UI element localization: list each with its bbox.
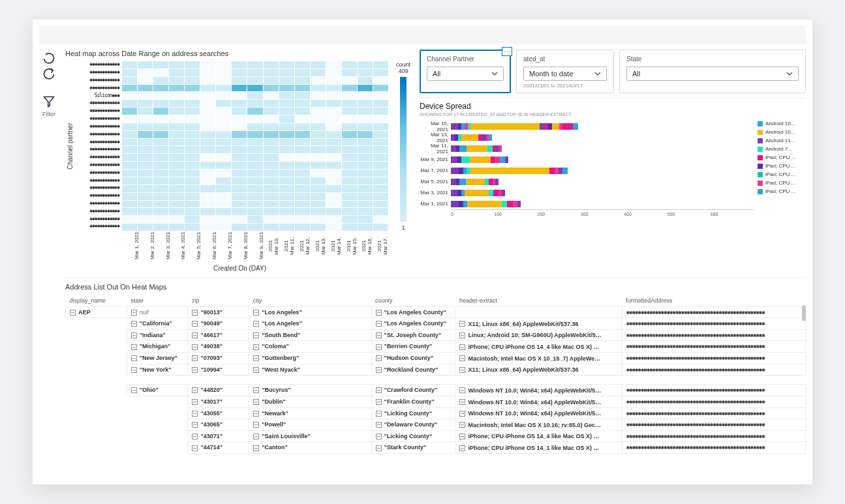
- heatmap-cell[interactable]: [373, 115, 388, 123]
- heatmap-cell[interactable]: [279, 170, 294, 177]
- col-county[interactable]: county: [371, 295, 455, 307]
- created-at-filter[interactable]: ated_at Month to date 2021/03/01 to 2021…: [516, 50, 614, 93]
- heatmap-cell[interactable]: [232, 185, 247, 192]
- heatmap-cell[interactable]: [326, 170, 341, 177]
- heatmap-cell[interactable]: [358, 77, 373, 84]
- heatmap-cell[interactable]: [247, 92, 262, 99]
- heatmap-cell[interactable]: [169, 61, 184, 68]
- heatmap-cell[interactable]: [185, 201, 200, 208]
- col-zip[interactable]: zip: [188, 295, 249, 307]
- heatmap-cell[interactable]: [311, 208, 326, 215]
- heatmap-cell[interactable]: [295, 193, 310, 200]
- heatmap-cell[interactable]: [247, 201, 262, 208]
- heatmap-cell[interactable]: [122, 85, 137, 92]
- collapse-icon[interactable]: [376, 411, 382, 417]
- heatmap-cell[interactable]: [247, 139, 262, 146]
- heatmap-cell[interactable]: [247, 85, 262, 92]
- table-row[interactable]: Michigan49038ColomaBerrien CountyiPhone;…: [66, 341, 806, 353]
- more-icon[interactable]: ⋯: [502, 47, 512, 56]
- heatmap-cell[interactable]: [279, 154, 294, 161]
- heatmap-cell[interactable]: [122, 193, 137, 200]
- heatmap-cell[interactable]: [153, 170, 168, 177]
- collapse-icon[interactable]: [253, 445, 259, 451]
- heatmap-cell[interactable]: [358, 131, 373, 138]
- heatmap-cell[interactable]: [311, 77, 326, 84]
- heatmap-cell[interactable]: [185, 92, 200, 99]
- heatmap-cell[interactable]: [216, 208, 231, 215]
- heatmap-cell[interactable]: [373, 154, 388, 161]
- heatmap-cell[interactable]: [342, 162, 357, 169]
- table-row[interactable]: Indiana46617South BendSt. Joseph CountyL…: [66, 329, 806, 341]
- heatmap-cell[interactable]: [295, 100, 310, 107]
- heatmap-cell[interactable]: [122, 154, 137, 161]
- heatmap-cell[interactable]: [138, 69, 153, 76]
- heatmap-cell[interactable]: [200, 185, 215, 192]
- heatmap-cell[interactable]: [138, 123, 153, 130]
- heatmap-cell[interactable]: [216, 146, 231, 153]
- legend-item[interactable]: iPad; CPU ...: [758, 180, 806, 186]
- heatmap-cell[interactable]: [122, 100, 137, 107]
- heatmap-cell[interactable]: [326, 193, 341, 200]
- heatmap-cell[interactable]: [247, 208, 262, 215]
- heatmap-cell[interactable]: [169, 170, 184, 177]
- collapse-icon[interactable]: [131, 321, 137, 327]
- collapse-icon[interactable]: [376, 434, 382, 439]
- heatmap-cell[interactable]: [373, 201, 388, 208]
- heatmap-cell[interactable]: [200, 108, 215, 115]
- heatmap-cell[interactable]: [169, 115, 184, 123]
- heatmap-cell[interactable]: [358, 201, 373, 208]
- heatmap-cell[interactable]: [279, 208, 294, 215]
- collapse-icon[interactable]: [253, 411, 259, 417]
- heatmap-cell[interactable]: [342, 154, 357, 161]
- heatmap-cell[interactable]: [138, 201, 153, 208]
- heatmap-cell[interactable]: [200, 146, 215, 153]
- heatmap-cell[interactable]: [153, 69, 168, 76]
- bar-row[interactable]: Mar 9, 2021: [420, 154, 754, 165]
- collapse-icon[interactable]: [192, 434, 198, 439]
- heatmap-cell[interactable]: [279, 139, 294, 146]
- heatmap-cell[interactable]: [232, 123, 247, 130]
- heatmap-cell[interactable]: [232, 77, 247, 84]
- collapse-icon[interactable]: [459, 399, 465, 405]
- heatmap-cell[interactable]: [200, 77, 215, 84]
- heatmap-cell[interactable]: [185, 108, 200, 115]
- heatmap-cell[interactable]: [169, 100, 184, 107]
- collapse-icon[interactable]: [253, 367, 259, 373]
- heatmap-cell[interactable]: [264, 85, 279, 92]
- heatmap-cell[interactable]: [153, 77, 168, 84]
- heatmap-cell[interactable]: [216, 193, 231, 200]
- heatmap-cell[interactable]: [264, 170, 279, 177]
- heatmap-cell[interactable]: [247, 100, 262, 107]
- heatmap-cell[interactable]: [153, 208, 168, 215]
- heatmap-cell[interactable]: [200, 100, 215, 107]
- legend-item[interactable]: iPad; CPU ...: [758, 171, 806, 177]
- heatmap-cell[interactable]: [264, 115, 279, 123]
- heatmap-cell[interactable]: [373, 123, 388, 130]
- heatmap-cell[interactable]: [138, 77, 153, 84]
- heatmap-cell[interactable]: [264, 92, 279, 99]
- heatmap-cell[interactable]: [247, 61, 262, 68]
- heatmap-cell[interactable]: [153, 216, 168, 223]
- heatmap-cell[interactable]: [138, 131, 153, 138]
- heatmap-cell[interactable]: [264, 77, 279, 84]
- heatmap-cell[interactable]: [232, 224, 247, 231]
- heatmap-cell[interactable]: [232, 100, 247, 107]
- heatmap-cell[interactable]: [216, 108, 231, 115]
- heatmap-cell[interactable]: [216, 77, 231, 84]
- heatmap-cell[interactable]: [232, 162, 247, 169]
- heatmap-cell[interactable]: [311, 108, 326, 115]
- collapse-icon[interactable]: [192, 344, 198, 350]
- heatmap-cell[interactable]: [373, 69, 388, 76]
- bar-row[interactable]: Mar 11, 2021: [420, 143, 754, 154]
- heatmap-cell[interactable]: [169, 201, 184, 208]
- heatmap-cell[interactable]: [153, 224, 168, 231]
- collapse-icon[interactable]: [131, 387, 137, 393]
- heatmap-cell[interactable]: [326, 185, 341, 192]
- heatmap-cell[interactable]: [373, 177, 388, 185]
- heatmap-cell[interactable]: [138, 177, 153, 185]
- heatmap-cell[interactable]: [122, 131, 137, 138]
- heatmap-cell[interactable]: [264, 193, 279, 200]
- heatmap-cell[interactable]: [232, 154, 247, 161]
- collapse-icon[interactable]: [192, 355, 198, 361]
- heatmap-cell[interactable]: [153, 154, 168, 161]
